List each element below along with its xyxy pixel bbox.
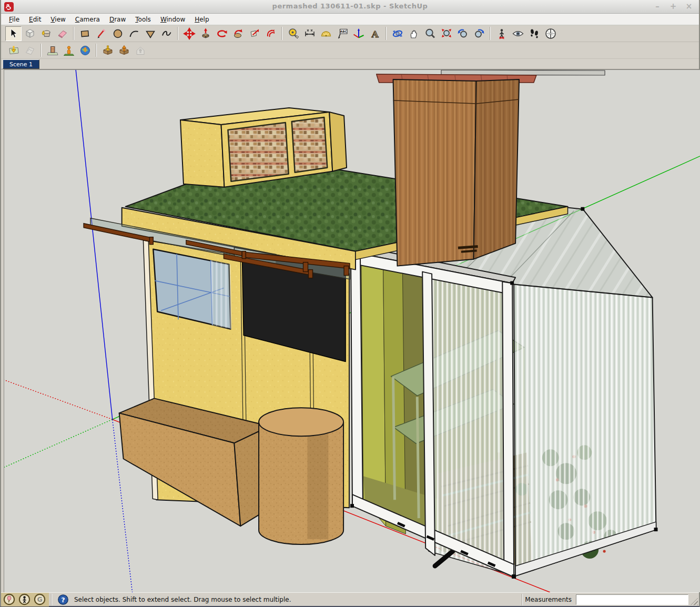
main-toolbar: ABCA xyxy=(1,25,699,42)
close-button[interactable]: × xyxy=(684,1,694,12)
building-maker-tool-button[interactable] xyxy=(60,43,77,58)
svg-text:?: ? xyxy=(61,595,65,603)
arc-icon xyxy=(128,27,140,40)
statusbar-separator xyxy=(51,594,52,605)
rotate-tool-button[interactable] xyxy=(214,26,230,41)
zoom-previous-tool-button[interactable] xyxy=(454,26,471,41)
axes-tool-button[interactable] xyxy=(350,26,367,41)
sketchup-window: permashed 130611-01.skp - SketchUp – + ×… xyxy=(0,0,700,607)
share-model-tool-button[interactable] xyxy=(116,43,132,58)
claim-credit-status-icon[interactable] xyxy=(18,593,31,605)
look-around-tool-button[interactable] xyxy=(510,26,526,41)
svg-text:ABC: ABC xyxy=(340,29,347,33)
geo-location-status-icon[interactable] xyxy=(3,593,15,605)
paint-bucket-tool-button[interactable] xyxy=(38,26,54,41)
orbit-icon xyxy=(391,27,404,40)
share-model-icon xyxy=(118,44,130,57)
status-message: Select objects. Shift to extend select. … xyxy=(74,596,291,603)
insect-panel xyxy=(228,123,288,181)
dimensions-icon xyxy=(303,27,316,40)
svg-text:A: A xyxy=(371,28,379,39)
scene-tab-bar: Scene 1 xyxy=(1,59,699,69)
3d-text-tool-button[interactable]: A xyxy=(367,26,383,41)
push-pull-tool-button[interactable] xyxy=(197,26,214,41)
scale-icon xyxy=(248,27,261,40)
push-pull-icon xyxy=(199,27,212,40)
freehand-tool-button[interactable] xyxy=(158,26,175,41)
text-tool-button[interactable]: ABC xyxy=(334,26,350,41)
menu-tools[interactable]: Tools xyxy=(130,15,156,24)
walk-tool-button[interactable] xyxy=(526,26,542,41)
zoom-tool-button[interactable] xyxy=(422,26,438,41)
greenhouse-right-wall[interactable] xyxy=(514,285,656,576)
greenhouse-door[interactable] xyxy=(426,275,506,573)
zoom-next-icon xyxy=(473,27,485,40)
follow-me-tool-button[interactable] xyxy=(230,26,246,41)
help-icon[interactable]: ? xyxy=(57,594,69,605)
straw-barrel[interactable] xyxy=(259,408,343,544)
add-location-tool-button[interactable] xyxy=(5,43,22,58)
menu-window[interactable]: Window xyxy=(156,15,190,24)
measurements-input[interactable] xyxy=(576,594,688,605)
share-component-tool-button[interactable] xyxy=(132,43,148,58)
menu-view[interactable]: View xyxy=(46,15,70,24)
minimize-button[interactable]: – xyxy=(653,1,662,12)
photo-textures-tool-button[interactable] xyxy=(44,43,60,58)
get-models-tool-button[interactable] xyxy=(99,43,116,58)
orbit-tool-button[interactable] xyxy=(389,26,405,41)
select-tool-button[interactable] xyxy=(5,26,22,41)
section-plane-tool-button[interactable] xyxy=(542,26,559,41)
zoom-previous-icon xyxy=(456,27,469,40)
tape-measure-icon xyxy=(287,27,300,40)
move-tool-button[interactable] xyxy=(181,26,197,41)
rectangle-icon xyxy=(79,27,92,40)
pan-icon xyxy=(408,27,420,40)
scale-tool-button[interactable] xyxy=(246,26,262,41)
zoom-next-tool-button[interactable] xyxy=(471,26,487,41)
position-camera-icon xyxy=(495,27,508,40)
section-plane-icon xyxy=(544,27,557,40)
axes-icon xyxy=(352,27,365,40)
eraser-icon xyxy=(56,27,69,40)
pan-tool-button[interactable] xyxy=(405,26,422,41)
get-models-icon xyxy=(102,44,114,57)
greenhouse-model[interactable] xyxy=(349,194,657,579)
menu-draw[interactable]: Draw xyxy=(105,15,130,24)
polygon-icon xyxy=(144,27,157,40)
offset-tool-button[interactable] xyxy=(262,26,279,41)
circle-tool-button[interactable] xyxy=(109,26,126,41)
toolbar-separator xyxy=(73,27,74,40)
position-camera-tool-button[interactable] xyxy=(493,26,510,41)
title-bar: permashed 130611-01.skp - SketchUp – + × xyxy=(1,0,699,14)
look-around-icon xyxy=(512,27,524,40)
line-tool-button[interactable] xyxy=(93,26,109,41)
menu-file[interactable]: File xyxy=(4,15,24,24)
model-viewport[interactable] xyxy=(4,69,700,592)
menu-camera[interactable]: Camera xyxy=(70,15,105,24)
circle-icon xyxy=(111,27,124,40)
insect-panel xyxy=(292,117,328,173)
google-account-status-icon[interactable]: G xyxy=(34,593,46,605)
share-component-icon xyxy=(134,44,147,57)
menu-help[interactable]: Help xyxy=(190,15,214,24)
menu-edit[interactable]: Edit xyxy=(24,15,46,24)
arc-tool-button[interactable] xyxy=(126,26,142,41)
eraser-tool-button[interactable] xyxy=(54,26,70,41)
make-component-tool-button[interactable] xyxy=(22,26,38,41)
rectangle-tool-button[interactable] xyxy=(77,26,93,41)
freehand-icon xyxy=(160,27,173,40)
scene-tab-scene-1[interactable]: Scene 1 xyxy=(3,59,39,69)
toolbar-separator xyxy=(385,27,387,40)
toolbar-separator xyxy=(96,44,97,57)
toggle-terrain-tool-button[interactable] xyxy=(22,43,38,58)
zoom-window-tool-button[interactable] xyxy=(438,26,454,41)
zoom-icon xyxy=(424,27,437,40)
dimensions-tool-button[interactable] xyxy=(301,26,318,41)
resize-grip[interactable] xyxy=(691,598,698,605)
menu-bar: FileEditViewCameraDrawToolsWindowHelp xyxy=(1,14,699,25)
protractor-tool-button[interactable] xyxy=(318,26,334,41)
preview-in-google-earth-tool-button[interactable] xyxy=(77,43,93,58)
polygon-tool-button[interactable] xyxy=(142,26,158,41)
maximize-button[interactable]: + xyxy=(668,1,678,12)
tape-measure-tool-button[interactable] xyxy=(285,26,301,41)
